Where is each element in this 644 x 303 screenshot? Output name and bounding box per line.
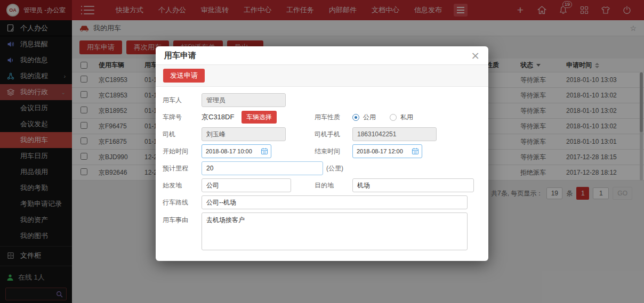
- reason-textarea[interactable]: 去机场接客户: [202, 212, 468, 250]
- form-row-plate: 车牌号 京C318DF 车辆选择 用车性质 公用 私用: [163, 110, 480, 124]
- radio-selected-icon[interactable]: [352, 114, 359, 121]
- form-row-user: 用车人: [163, 93, 480, 107]
- radio-private-label: 私用: [400, 113, 413, 122]
- plate-label: 车牌号: [163, 113, 202, 122]
- driver-label: 司机: [163, 130, 202, 139]
- mileage-unit: (公里): [326, 164, 343, 173]
- calendar-icon: [261, 148, 268, 155]
- form-row-driver: 司机 司机手机: [163, 127, 480, 141]
- vehicle-apply-modal: 用车申请 × 发送申请 用车人 车牌号 京C318DF 车辆选择 用车性质: [156, 46, 488, 261]
- send-application-button[interactable]: 发送申请: [163, 69, 205, 83]
- route-input[interactable]: [202, 195, 468, 209]
- modal-title: 用车申请: [164, 51, 196, 61]
- dest-label: 目的地: [315, 181, 352, 190]
- form-row-mileage: 预计里程 (公里): [163, 161, 480, 175]
- plate-field-group: 京C318DF 车辆选择: [202, 111, 308, 124]
- mileage-input[interactable]: [202, 161, 323, 175]
- route-label: 行车路线: [163, 198, 202, 207]
- end-time-label: 结束时间: [315, 147, 352, 156]
- radio-public[interactable]: 公用: [352, 113, 376, 122]
- form-row-route: 行车路线: [163, 195, 480, 209]
- reason-label: 用车事由: [163, 212, 202, 225]
- modal-header: 用车申请 ×: [156, 46, 488, 65]
- origin-label: 始发地: [163, 181, 202, 190]
- start-time-picker[interactable]: 2018-08-17 10:00: [202, 144, 271, 158]
- phone-label: 司机手机: [315, 130, 352, 139]
- radio-public-label: 公用: [363, 113, 376, 122]
- modal-actionbar: 发送申请: [156, 65, 488, 87]
- calendar-icon: [412, 148, 419, 155]
- end-time-value: 2018-08-17 12:00: [357, 148, 412, 154]
- origin-input[interactable]: [202, 178, 291, 192]
- driver-phone-field[interactable]: [352, 127, 437, 141]
- driver-field[interactable]: [202, 127, 286, 141]
- modal-form: 用车人 车牌号 京C318DF 车辆选择 用车性质 公用 私: [156, 87, 488, 261]
- form-row-places: 始发地 目的地: [163, 178, 480, 192]
- end-time-picker[interactable]: 2018-08-17 12:00: [352, 144, 422, 158]
- user-label: 用车人: [163, 96, 202, 105]
- mileage-label: 预计里程: [163, 164, 202, 173]
- close-icon[interactable]: ×: [471, 50, 480, 61]
- plate-value: 京C318DF: [202, 112, 241, 122]
- destination-input[interactable]: [352, 178, 474, 192]
- app-root: OA 管理员 -办公室 快捷方式 个人办公 审批流转 工作中心 工作任务 内部邮…: [0, 0, 644, 303]
- nature-label: 用车性质: [315, 113, 352, 122]
- start-time-value: 2018-08-17 10:00: [206, 148, 261, 154]
- form-row-reason: 用车事由 去机场接客户: [163, 212, 480, 250]
- radio-unselected-icon[interactable]: [390, 114, 397, 121]
- vehicle-select-button[interactable]: 车辆选择: [241, 111, 277, 124]
- form-row-time: 开始时间 2018-08-17 10:00 结束时间 2018-08-17 12…: [163, 144, 480, 158]
- start-time-label: 开始时间: [163, 147, 202, 156]
- radio-private[interactable]: 私用: [390, 113, 413, 122]
- user-field[interactable]: [202, 93, 286, 107]
- nature-radio-group: 公用 私用: [352, 113, 413, 122]
